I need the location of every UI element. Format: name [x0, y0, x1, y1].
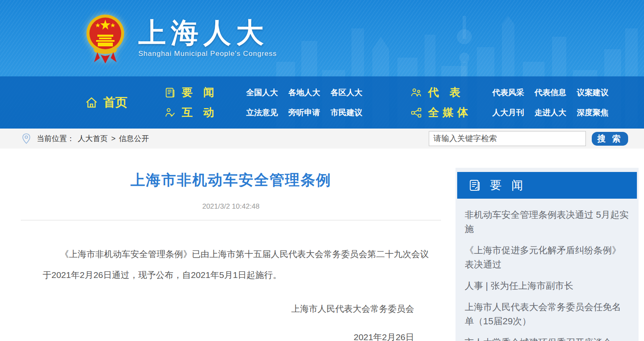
national-emblem-logo: [85, 13, 126, 64]
location-pin-icon: [22, 133, 31, 144]
nav-cat-interact-label: 互 动: [182, 105, 218, 120]
breadcrumb-current-link[interactable]: 信息公开: [119, 134, 149, 144]
interact-icon: [164, 107, 176, 119]
breadcrumb-bar: 当前位置： 人大首页 > 信息公开 搜 索: [0, 129, 644, 149]
nav-cat-media[interactable]: 全媒体: [410, 105, 476, 120]
nav-row-interact: 互 动 立法意见 旁听申请 市民建议: [164, 105, 362, 120]
search-input[interactable]: [429, 131, 586, 146]
nav-cat-news[interactable]: 要 闻: [164, 85, 230, 100]
article-title: 上海市非机动车安全管理条例: [21, 170, 441, 190]
brand-text: 上海人大 Shanghai Municipal People's Congres…: [138, 19, 277, 58]
news-list: 非机动车安全管理条例表决通过 5月起实施 《上海市促进多元化解矛盾纠纷条例》表决…: [457, 199, 637, 341]
nav-cat-interact[interactable]: 互 动: [164, 105, 230, 120]
breadcrumb-home-link[interactable]: 人大首页: [78, 134, 108, 144]
nav-link-indepth-focus[interactable]: 深度聚焦: [577, 107, 608, 118]
nav-link-inside-npc[interactable]: 走进人大: [535, 107, 566, 118]
news-item[interactable]: 人事 | 张为任上海市副市长: [465, 279, 629, 293]
site-subtitle: Shanghai Municipal People's Congress: [138, 50, 277, 58]
sidebar-header-label: 要 闻: [490, 177, 527, 193]
news-item[interactable]: 上海市人民代表大会常务委员会任免名单（15届29次）: [465, 300, 629, 328]
sidebar-header: 要 闻: [457, 172, 637, 199]
main-nav: 首页 要 闻 全国人大 各地人大 各区人大: [0, 76, 644, 129]
nav-link-legislative-opinions[interactable]: 立法意见: [246, 107, 278, 118]
search-box: 搜 索: [429, 131, 628, 146]
nav-row-delegates: 代 表 代表风采 代表信息 议案建议: [410, 85, 608, 100]
breadcrumb-label: 当前位置：: [37, 134, 74, 144]
site-header: 上海人大 Shanghai Municipal People's Congres…: [0, 0, 644, 129]
nav-links-media: 人大月刊 走进人大 深度聚焦: [492, 107, 608, 118]
nav-links-delegates: 代表风采 代表信息 议案建议: [492, 87, 608, 98]
news-sidebar: 要 闻 非机动车安全管理条例表决通过 5月起实施 《上海市促进多元化解矛盾纠纷条…: [456, 168, 639, 341]
nav-links-news: 全国人大 各地人大 各区人大: [246, 87, 362, 98]
article-paragraph: 《上海市非机动车安全管理条例》已由上海市第十五届人民代表大会常务委员会第二十九次…: [43, 244, 436, 285]
nav-link-delegate-info[interactable]: 代表信息: [535, 87, 566, 98]
nav-link-bills-suggestions[interactable]: 议案建议: [577, 87, 608, 98]
news-item[interactable]: 非机动车安全管理条例表决通过 5月起实施: [465, 208, 629, 236]
nav-links-interact: 立法意见 旁听申请 市民建议: [246, 107, 362, 118]
nav-cat-media-label: 全媒体: [428, 105, 472, 120]
article: 上海市非机动车安全管理条例 2021/3/2 10:42:48 《上海市非机动车…: [21, 149, 441, 341]
nav-group-left: 要 闻 全国人大 各地人大 各区人大 互 动 立法意见: [164, 85, 362, 120]
nav-link-observer-application[interactable]: 旁听申请: [288, 107, 320, 118]
nav-group-right: 代 表 代表风采 代表信息 议案建议 全媒体: [410, 85, 608, 120]
nav-link-district-npc[interactable]: 各区人大: [331, 87, 362, 98]
signature-date: 2021年2月26日: [21, 331, 441, 341]
nav-cat-delegates[interactable]: 代 表: [410, 85, 476, 100]
news-icon: [164, 87, 176, 99]
breadcrumb-separator: >: [111, 134, 116, 143]
nav-row-news: 要 闻 全国人大 各地人大 各区人大: [164, 85, 362, 100]
nav-cat-delegates-label: 代 表: [428, 85, 464, 100]
nav-home[interactable]: 首页: [85, 94, 127, 111]
news-item[interactable]: 《上海市促进多元化解矛盾纠纷条例》表决通过: [465, 243, 629, 272]
nav-link-delegate-profiles[interactable]: 代表风采: [492, 87, 524, 98]
brand-row: 上海人大 Shanghai Municipal People's Congres…: [0, 0, 644, 76]
divider: [21, 220, 441, 220]
nav-link-citizen-suggestions[interactable]: 市民建议: [331, 107, 362, 118]
signature-organization: 上海市人民代表大会常务委员会: [21, 303, 441, 315]
nav-link-national-npc[interactable]: 全国人大: [246, 87, 278, 98]
nav-link-npc-monthly[interactable]: 人大月刊: [492, 107, 524, 118]
main-content: 上海市非机动车安全管理条例 2021/3/2 10:42:48 《上海市非机动车…: [0, 149, 644, 341]
news-icon: [468, 179, 481, 192]
breadcrumb: 当前位置： 人大首页 > 信息公开: [37, 134, 149, 144]
search-button[interactable]: 搜 索: [592, 132, 628, 146]
home-icon: [85, 96, 98, 109]
article-datetime: 2021/3/2 10:42:48: [21, 202, 441, 211]
site-title: 上海人大: [138, 19, 277, 46]
delegates-icon: [410, 87, 422, 99]
nav-row-media: 全媒体 人大月刊 走进人大 深度聚焦: [410, 105, 608, 120]
news-item[interactable]: 市人大常委会城建环保委召开座谈会: [465, 336, 629, 341]
nav-link-local-npc[interactable]: 各地人大: [288, 87, 320, 98]
media-icon: [410, 107, 422, 119]
nav-home-label: 首页: [103, 94, 127, 111]
nav-cat-news-label: 要 闻: [182, 85, 218, 100]
